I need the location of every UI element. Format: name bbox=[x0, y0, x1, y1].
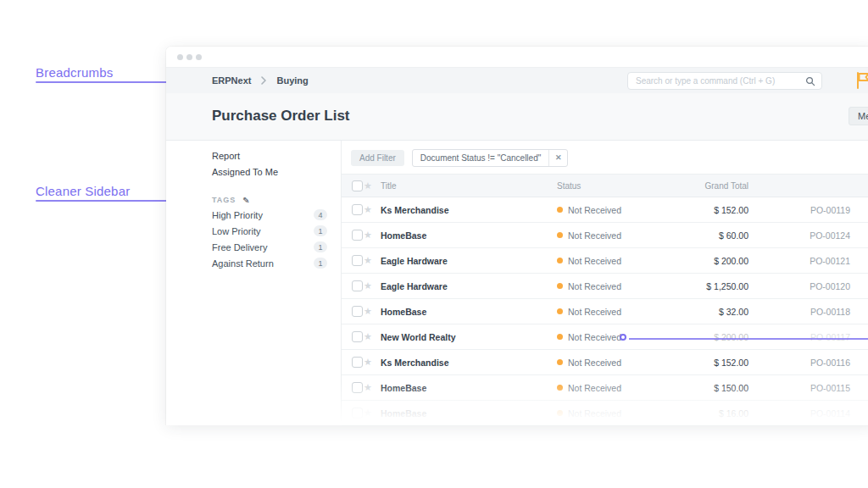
tag-count-badge: 4 bbox=[314, 209, 327, 220]
edit-tags-icon[interactable]: ✎ bbox=[242, 196, 249, 205]
add-filter-button[interactable]: Add Filter bbox=[351, 150, 404, 166]
filter-chip-label[interactable]: Document Status != "Cancelled" bbox=[413, 153, 548, 163]
table-row[interactable]: ★ Eagle Hardware Not Received $ 200.00 P… bbox=[342, 248, 868, 274]
search-icon[interactable] bbox=[805, 76, 815, 86]
status-dot-icon bbox=[557, 232, 563, 238]
flag-icon[interactable] bbox=[854, 71, 868, 93]
page-title: Purchase Order List bbox=[212, 108, 350, 125]
row-po-number[interactable]: PO-00120 bbox=[748, 281, 850, 291]
app-navbar: ERPNext Buying bbox=[166, 68, 868, 93]
row-title[interactable]: Ks Merchandise bbox=[381, 205, 557, 215]
star-icon[interactable]: ★ bbox=[364, 280, 381, 291]
table-row[interactable]: ★ Ks Merchandise Not Received $ 152.00 P… bbox=[342, 350, 868, 375]
row-grand-total: $ 1,250.00 bbox=[667, 281, 748, 291]
star-icon[interactable]: ★ bbox=[364, 230, 381, 241]
row-checkbox[interactable] bbox=[352, 357, 363, 368]
sidebar-item[interactable]: Assigned To Me bbox=[212, 164, 327, 180]
tag-label: High Priority bbox=[212, 210, 263, 220]
tags-label: TAGS bbox=[212, 196, 236, 204]
row-po-number[interactable]: PO-00119 bbox=[748, 205, 850, 215]
global-search[interactable] bbox=[627, 72, 822, 90]
row-checkbox[interactable] bbox=[352, 331, 363, 342]
row-title[interactable]: HomeBase bbox=[381, 307, 557, 317]
row-title[interactable]: Eagle Hardware bbox=[381, 256, 557, 266]
row-title[interactable]: Eagle Hardware bbox=[381, 281, 557, 291]
status-text: Not Received bbox=[568, 332, 621, 342]
row-title[interactable]: HomeBase bbox=[381, 230, 557, 241]
annotation-breadcrumbs: Breadcrumbs bbox=[36, 65, 113, 82]
star-icon[interactable]: ★ bbox=[364, 180, 381, 191]
annotation-sidebar-label: Cleaner Sidebar bbox=[36, 184, 130, 201]
table-row[interactable]: ★ New World Realty Not Received $ 200.00… bbox=[342, 324, 868, 350]
row-title[interactable]: New World Realty bbox=[381, 332, 557, 342]
star-icon[interactable]: ★ bbox=[364, 357, 381, 368]
tag-label: Low Priority bbox=[212, 226, 260, 236]
sidebar-links: Report Assigned To Me bbox=[212, 147, 327, 180]
row-po-number[interactable]: PO-00117 bbox=[748, 332, 850, 342]
row-checkbox[interactable] bbox=[352, 306, 363, 317]
row-checkbox[interactable] bbox=[352, 204, 363, 215]
select-all-checkbox[interactable] bbox=[352, 180, 363, 191]
menu-button[interactable]: Menu bbox=[849, 107, 868, 125]
row-po-number[interactable]: PO-00118 bbox=[748, 307, 850, 317]
row-checkbox[interactable] bbox=[352, 408, 363, 419]
status-dot-icon bbox=[557, 334, 563, 340]
row-po-number[interactable]: PO-00124 bbox=[748, 230, 850, 241]
star-icon[interactable]: ★ bbox=[364, 408, 381, 419]
row-po-number[interactable]: PO-00121 bbox=[748, 256, 850, 266]
table-row[interactable]: ★ Eagle Hardware Not Received $ 1,250.00… bbox=[342, 274, 868, 299]
row-grand-total: $ 200.00 bbox=[667, 256, 748, 266]
table-row[interactable]: ★ HomeBase Not Received $ 60.00 PO-00124 bbox=[342, 223, 868, 248]
row-checkbox[interactable] bbox=[352, 382, 363, 393]
row-po-number[interactable]: PO-00116 bbox=[748, 358, 850, 368]
status-dot-icon bbox=[557, 308, 563, 314]
star-icon[interactable]: ★ bbox=[364, 204, 381, 215]
row-status: Not Received bbox=[557, 408, 667, 419]
table-row[interactable]: ★ Ks Merchandise Not Received $ 152.00 P… bbox=[342, 197, 868, 223]
tag-filter-item[interactable]: Low Priority 1 bbox=[212, 223, 327, 239]
row-title[interactable]: HomeBase bbox=[381, 383, 557, 393]
row-grand-total: $ 200.00 bbox=[667, 332, 748, 342]
star-icon[interactable]: ★ bbox=[364, 382, 381, 393]
tag-filter-item[interactable]: High Priority 4 bbox=[212, 207, 327, 223]
row-po-number[interactable]: PO-00115 bbox=[748, 383, 850, 393]
sidebar-item[interactable]: Report bbox=[212, 147, 327, 164]
table-row[interactable]: ★ HomeBase Not Received $ 32.00 PO-00118 bbox=[342, 299, 868, 324]
tag-filter-item[interactable]: Free Delivery 1 bbox=[212, 239, 327, 255]
search-input[interactable] bbox=[628, 76, 805, 86]
row-status: Not Received bbox=[557, 256, 667, 266]
row-checkbox[interactable] bbox=[352, 255, 363, 266]
status-dot-icon bbox=[557, 207, 563, 213]
tag-filter-item[interactable]: Against Return 1 bbox=[212, 255, 327, 271]
table-row[interactable]: ★ HomeBase Not Received $ 16.00 PO-00114 bbox=[342, 401, 868, 426]
tag-label: Against Return bbox=[212, 258, 274, 269]
status-dot-icon bbox=[557, 258, 563, 263]
star-icon[interactable]: ★ bbox=[364, 331, 381, 342]
breadcrumb-section[interactable]: Buying bbox=[276, 75, 308, 86]
column-title[interactable]: Title bbox=[381, 181, 557, 191]
row-checkbox[interactable] bbox=[352, 280, 363, 291]
annotation-row-line bbox=[629, 338, 868, 340]
row-grand-total: $ 150.00 bbox=[667, 383, 748, 393]
list-sidebar: Report Assigned To Me TAGS ✎ High Priori… bbox=[166, 141, 342, 424]
window-dot bbox=[177, 54, 183, 60]
column-grand-total[interactable]: Grand Total bbox=[667, 181, 748, 191]
status-dot-icon bbox=[557, 385, 563, 391]
sidebar-item-label: Report bbox=[212, 151, 240, 161]
tag-count-badge: 1 bbox=[314, 241, 327, 252]
window-dot bbox=[186, 54, 192, 60]
row-title[interactable]: HomeBase bbox=[381, 408, 557, 419]
star-icon[interactable]: ★ bbox=[364, 255, 381, 266]
tag-count-badge: 1 bbox=[314, 225, 327, 236]
list-main: Add Filter Document Status != "Cancelled… bbox=[342, 141, 868, 424]
page-header: Purchase Order List Menu bbox=[166, 93, 868, 141]
row-po-number[interactable]: PO-00114 bbox=[748, 408, 850, 419]
breadcrumb-app[interactable]: ERPNext bbox=[212, 75, 251, 86]
status-dot-icon bbox=[557, 283, 563, 289]
star-icon[interactable]: ★ bbox=[364, 306, 381, 317]
column-status[interactable]: Status bbox=[557, 181, 667, 191]
row-title[interactable]: Ks Merchandise bbox=[381, 358, 557, 368]
row-checkbox[interactable] bbox=[352, 230, 363, 241]
remove-filter-icon[interactable]: ✕ bbox=[548, 150, 567, 166]
table-row[interactable]: ★ HomeBase Not Received $ 150.00 PO-0011… bbox=[342, 375, 868, 401]
